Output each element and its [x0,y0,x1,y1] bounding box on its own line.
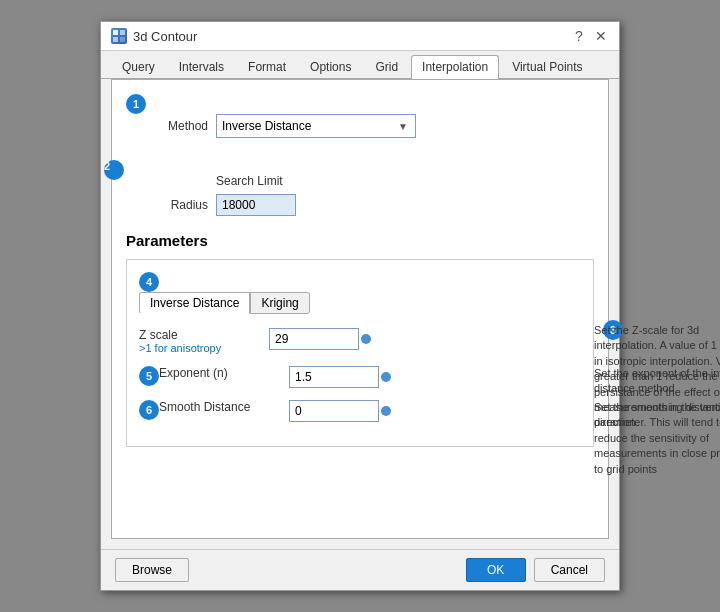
method-row: Method Inverse Distance ▼ [126,114,594,138]
cancel-button[interactable]: Cancel [534,558,605,582]
exponent-slider[interactable] [381,372,391,382]
footer-right: OK Cancel [466,558,605,582]
radius-input[interactable] [216,194,296,216]
tab-options[interactable]: Options [299,55,362,78]
tab-bar: Query Intervals Format Options Grid Inte… [101,51,619,79]
exponent-tooltip: Set the exponent of the inverse distance… [594,366,720,397]
badge-1: 1 [126,94,146,114]
exponent-label: Exponent (n) [159,366,289,380]
search-limit-label: Search Limit [216,174,594,188]
exponent-row: 5 Exponent (n) Set the exponent of the i… [139,366,581,388]
badge-6: 6 [139,400,159,420]
svg-rect-1 [120,30,125,35]
title-bar: 3d Contour ? ✕ [101,22,619,51]
z-scale-row: Z scale >1 for anisotropy Set the Z-scal… [139,328,581,354]
radius-row: Radius [126,194,594,216]
svg-rect-0 [113,30,118,35]
exponent-label-group: Exponent (n) [159,366,289,380]
z-scale-input[interactable] [269,328,359,350]
svg-rect-2 [113,37,118,42]
smooth-distance-label-group: Smooth Distance [159,400,289,414]
svg-rect-3 [120,37,125,42]
tab-intervals[interactable]: Intervals [168,55,235,78]
z-scale-slider[interactable] [361,334,371,344]
z-scale-label-group: Z scale >1 for anisotropy [139,328,269,354]
smooth-distance-input-wrapper [289,400,391,422]
search-limit-section: Search Limit Radius [126,174,594,216]
method-dropdown-wrapper: Inverse Distance ▼ [216,114,408,138]
badge-5: 5 [139,366,159,386]
smooth-distance-tooltip: Set the smoothing distance parameter. Th… [594,400,720,477]
tab-grid[interactable]: Grid [364,55,409,78]
tab-query[interactable]: Query [111,55,166,78]
tab-virtual-points[interactable]: Virtual Points [501,55,593,78]
title-bar-left: 3d Contour [111,28,197,44]
exponent-input-wrapper [289,366,391,388]
window-title: 3d Contour [133,29,197,44]
z-scale-input-wrapper [269,328,371,350]
params-box: 4 3 Inverse Distance Kriging Z scale >1 … [126,259,594,447]
tab-interpolation[interactable]: Interpolation [411,55,499,79]
exponent-input[interactable] [289,366,379,388]
browse-button[interactable]: Browse [115,558,189,582]
smooth-distance-input[interactable] [289,400,379,422]
tab-content: 1 Method Inverse Distance ▼ 2 Search Lim… [111,79,609,539]
smooth-distance-row: 6 Smooth Distance Set the smoothing dist… [139,400,581,422]
params-tab-inverse-distance[interactable]: Inverse Distance [139,292,250,314]
params-tab-bar: Inverse Distance Kriging [139,292,581,314]
params-tab-kriging[interactable]: Kriging [250,292,309,314]
smooth-distance-slider[interactable] [381,406,391,416]
title-controls: ? ✕ [571,28,609,44]
ok-button[interactable]: OK [466,558,526,582]
help-button[interactable]: ? [571,28,587,44]
z-scale-label: Z scale [139,328,269,342]
badge-4: 4 [139,272,159,292]
close-button[interactable]: ✕ [593,28,609,44]
radius-label: Radius [126,198,216,212]
smooth-distance-label: Smooth Distance [159,400,289,414]
window-icon [111,28,127,44]
parameters-title: Parameters [126,232,594,249]
method-dropdown[interactable]: Inverse Distance [216,114,416,138]
tab-format[interactable]: Format [237,55,297,78]
parameters-section: Parameters 4 3 Inverse Distance Kriging … [126,232,594,447]
method-label: Method [126,119,216,133]
z-scale-sublabel: >1 for anisotropy [139,342,269,354]
main-window: 3d Contour ? ✕ Query Intervals Format Op… [100,21,620,591]
badge-2: 2 [104,160,124,180]
footer: Browse OK Cancel [101,549,619,590]
